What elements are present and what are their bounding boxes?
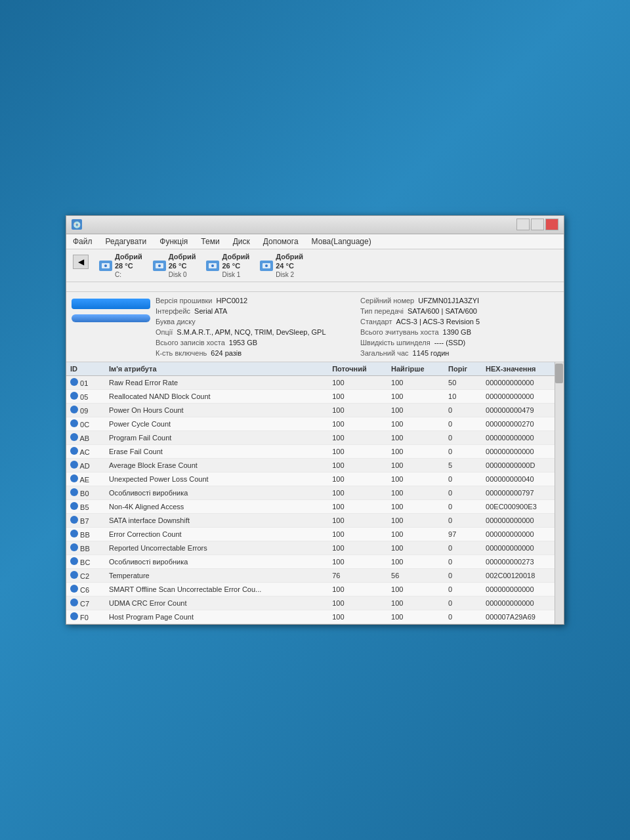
detail-row: ОпціїS.M.A.R.T., APM, NCQ, TRIM, DevSlee… — [156, 327, 354, 337]
attr-id: 05 — [66, 390, 105, 404]
table-row[interactable]: B7 SATA interface Downshift 100 100 0 00… — [66, 514, 564, 528]
menu-item-[interactable]: Функція — [157, 236, 190, 247]
attr-hex: 000000000000 — [482, 390, 564, 404]
disk-status-3: Добрий — [276, 252, 303, 261]
table-row[interactable]: BB Reported Uncorrectable Errors 100 100… — [66, 541, 564, 555]
col-header: Поріг — [444, 362, 482, 376]
table-row[interactable]: B0 Особливості виробника 100 100 0 00000… — [66, 486, 564, 500]
attr-id: F0 — [66, 610, 105, 624]
scroll-thumb[interactable] — [555, 364, 563, 383]
table-row[interactable]: 05 Reallocated NAND Block Count 100 100 … — [66, 390, 564, 404]
status-dot — [70, 461, 78, 469]
attr-hex: 000000000000 — [482, 541, 564, 555]
table-row[interactable]: AB Program Fail Count 100 100 0 00000000… — [66, 431, 564, 445]
detail-row: ІнтерфейсSerial ATA — [156, 306, 354, 316]
table-row[interactable]: BC Особливості виробника 100 100 0 00000… — [66, 555, 564, 569]
table-row[interactable]: AC Erase Fail Count 100 100 0 0000000000… — [66, 445, 564, 459]
attr-current: 100 — [328, 597, 387, 610]
disk-temp-3: 24 °C — [276, 261, 303, 270]
detail-val: SATA/600 | SATA/600 — [408, 307, 477, 315]
nav-back-button[interactable]: ◀ — [73, 255, 89, 269]
attr-current: 100 — [328, 610, 387, 624]
table-row[interactable]: 09 Power On Hours Count 100 100 0 000000… — [66, 404, 564, 417]
attr-id: C2 — [66, 569, 105, 583]
maximize-button[interactable] — [531, 219, 544, 230]
table-row[interactable]: AE Unexpected Power Loss Count 100 100 0… — [66, 472, 564, 486]
attr-name: Reallocated NAND Block Count — [105, 390, 328, 404]
attr-hex: 000000000000 — [482, 445, 564, 459]
disk-temp-1: 26 °C — [169, 261, 196, 270]
attr-threshold: 0 — [444, 445, 482, 459]
table-row[interactable]: C2 Temperature 76 56 0 002C00120018 — [66, 569, 564, 583]
scrollbar[interactable] — [555, 362, 564, 624]
table-row[interactable]: 0C Power Cycle Count 100 100 0 000000000… — [66, 417, 564, 431]
detail-row: К-сть включень624 разів — [156, 348, 354, 358]
disk-tab-1[interactable]: Добрий 26 °C Disk 0 — [153, 252, 196, 280]
disk-status-2: Добрий — [222, 252, 249, 261]
attr-threshold: 0 — [444, 583, 482, 597]
attr-hex: 000007A29A69 — [482, 610, 564, 624]
status-dot — [70, 447, 78, 455]
menu-item-[interactable]: Диск — [230, 236, 253, 247]
close-button[interactable] — [545, 219, 558, 230]
attr-name: Unexpected Power Loss Count — [105, 472, 328, 486]
detail-row: Всього записів хоста1953 GB — [156, 338, 354, 347]
minimize-button[interactable] — [516, 219, 530, 230]
attr-threshold: 0 — [444, 431, 482, 445]
table-row[interactable]: AD Average Block Erase Count 100 100 5 0… — [66, 459, 564, 472]
attr-threshold: 97 — [444, 528, 482, 541]
detail-row: Швидкість шпинделя---- (SSD) — [360, 338, 558, 347]
table-row[interactable]: C7 UDMA CRC Error Count 100 100 0 000000… — [66, 597, 564, 610]
attr-id: BB — [66, 541, 105, 555]
table-row[interactable]: B5 Non-4K Aligned Access 100 100 0 00EC0… — [66, 500, 564, 514]
table-row[interactable]: 01 Raw Read Error Rate 100 100 50 000000… — [66, 376, 564, 390]
status-dot — [70, 433, 78, 441]
menu-item-[interactable]: Редагувати — [103, 236, 150, 247]
table-row[interactable]: C6 SMART Offline Scan Uncorrectable Erro… — [66, 583, 564, 597]
col-header: ID — [66, 362, 105, 376]
attr-worst: 100 — [387, 390, 444, 404]
disk-icon-1 — [153, 261, 166, 271]
attr-current: 100 — [328, 472, 387, 486]
menu-item-[interactable]: Теми — [198, 236, 222, 247]
attr-current: 100 — [328, 583, 387, 597]
detail-val: 1953 GB — [229, 339, 257, 346]
attr-hex: 000000000000 — [482, 597, 564, 610]
attr-name: Error Correction Count — [105, 528, 328, 541]
attr-worst: 100 — [387, 583, 444, 597]
attr-hex: 000000000270 — [482, 417, 564, 431]
status-dot — [70, 516, 78, 524]
attr-threshold: 0 — [444, 541, 482, 555]
table-row[interactable]: F0 Host Program Page Count 100 100 0 000… — [66, 610, 564, 624]
disk-tab-2[interactable]: Добрий 26 °C Disk 1 — [206, 252, 249, 280]
attr-threshold: 0 — [444, 569, 482, 583]
menu-item-[interactable]: Файл — [70, 236, 95, 247]
attr-id: B5 — [66, 500, 105, 514]
attr-current: 100 — [328, 445, 387, 459]
disk-status-0: Добрий — [115, 252, 142, 261]
menu-item-language[interactable]: Мова(Language) — [309, 236, 374, 247]
attr-worst: 100 — [387, 555, 444, 569]
menu-item-[interactable]: Допомога — [261, 236, 301, 247]
attr-hex: 000000000000 — [482, 514, 564, 528]
status-dot — [70, 543, 78, 551]
status-panel — [72, 296, 150, 358]
attributes-section: IDІм'я атрибутаПоточнийНайгіршеПорігHEX-… — [66, 362, 564, 624]
attr-name: Program Fail Count — [105, 431, 328, 445]
attr-current: 100 — [328, 500, 387, 514]
attr-worst: 56 — [387, 569, 444, 583]
attr-worst: 100 — [387, 597, 444, 610]
svg-point-5 — [211, 264, 214, 267]
attr-id: AB — [66, 431, 105, 445]
disk-tab-0[interactable]: Добрий 28 °C C: — [99, 252, 142, 280]
table-row[interactable]: BB Error Correction Count 100 100 97 000… — [66, 528, 564, 541]
status-dot — [70, 378, 78, 386]
svg-point-7 — [265, 264, 268, 267]
attr-hex: 000000000000 — [482, 583, 564, 597]
disk-tab-3[interactable]: Добрий 24 °C Disk 2 — [260, 252, 303, 280]
attributes-table: IDІм'я атрибутаПоточнийНайгіршеПорігHEX-… — [66, 362, 564, 624]
attr-current: 100 — [328, 486, 387, 500]
disk-status-1: Добрий — [169, 252, 196, 261]
attr-hex: 002C00120018 — [482, 569, 564, 583]
attr-worst: 100 — [387, 445, 444, 459]
